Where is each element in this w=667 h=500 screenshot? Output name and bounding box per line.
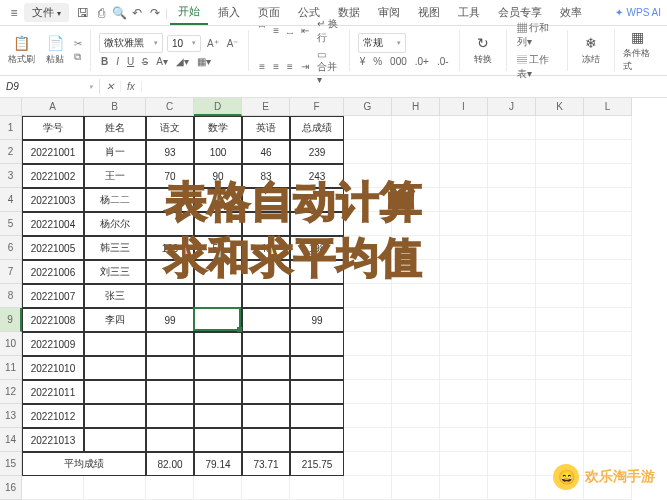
cell[interactable]: 学号: [22, 116, 84, 140]
cell[interactable]: [536, 284, 584, 308]
cell[interactable]: [536, 212, 584, 236]
cell[interactable]: [344, 212, 392, 236]
print-icon[interactable]: ⎙: [93, 5, 109, 21]
cell[interactable]: [194, 476, 242, 500]
cell[interactable]: [536, 260, 584, 284]
cell[interactable]: [194, 380, 242, 404]
undo-icon[interactable]: ↶: [129, 5, 145, 21]
convert-button[interactable]: ↻ 转换: [468, 35, 498, 66]
cell[interactable]: [584, 188, 632, 212]
cell[interactable]: [392, 428, 440, 452]
row-header-14[interactable]: 14: [0, 428, 22, 452]
cell[interactable]: [392, 236, 440, 260]
strike-button[interactable]: S̶: [140, 55, 150, 68]
align-bottom-icon[interactable]: ⎵: [285, 24, 295, 37]
cell[interactable]: [488, 140, 536, 164]
cell[interactable]: [488, 188, 536, 212]
cell[interactable]: [242, 428, 290, 452]
cell[interactable]: [146, 284, 194, 308]
rowcol-button[interactable]: ▦ 行和列▾: [515, 20, 559, 50]
cell[interactable]: [146, 476, 194, 500]
align-right-icon[interactable]: ≡: [285, 60, 295, 73]
cell[interactable]: 198: [290, 236, 344, 260]
col-header-I[interactable]: I: [440, 98, 488, 116]
cell[interactable]: [536, 332, 584, 356]
cell[interactable]: [584, 428, 632, 452]
cell[interactable]: [392, 452, 440, 476]
row-header-9[interactable]: 9: [0, 308, 22, 332]
cell[interactable]: [392, 140, 440, 164]
cell[interactable]: [194, 284, 242, 308]
dec-dec-icon[interactable]: .0-: [435, 55, 451, 68]
cell[interactable]: [146, 332, 194, 356]
cell[interactable]: [488, 476, 536, 500]
cell[interactable]: [290, 356, 344, 380]
align-top-icon[interactable]: ⎴: [257, 24, 267, 37]
cell[interactable]: 70: [146, 164, 194, 188]
col-header-E[interactable]: E: [242, 98, 290, 116]
cell[interactable]: 王一: [84, 164, 146, 188]
cell[interactable]: [488, 452, 536, 476]
cell[interactable]: 20221013: [22, 428, 84, 452]
cell[interactable]: [536, 236, 584, 260]
cell[interactable]: [392, 164, 440, 188]
cell[interactable]: [146, 380, 194, 404]
cell[interactable]: [290, 404, 344, 428]
cell[interactable]: [84, 332, 146, 356]
cell[interactable]: 平均成绩: [22, 452, 146, 476]
merge-button[interactable]: ▭ 合并▾: [315, 48, 341, 86]
file-menu[interactable]: 文件: [24, 3, 69, 22]
cell[interactable]: [290, 428, 344, 452]
cell[interactable]: [242, 380, 290, 404]
cell[interactable]: 239: [290, 140, 344, 164]
row-header-5[interactable]: 5: [0, 212, 22, 236]
cell[interactable]: [344, 428, 392, 452]
cell[interactable]: 杨尔尔: [84, 212, 146, 236]
cell[interactable]: [242, 356, 290, 380]
cell[interactable]: 20221010: [22, 356, 84, 380]
cell[interactable]: [392, 308, 440, 332]
cond-format-button[interactable]: ▦ 条件格式: [623, 29, 654, 73]
col-header-H[interactable]: H: [392, 98, 440, 116]
cell[interactable]: [392, 260, 440, 284]
cell[interactable]: 20221004: [22, 212, 84, 236]
cell[interactable]: [84, 428, 146, 452]
format-painter-button[interactable]: 📋 格式刷: [6, 35, 36, 66]
cell[interactable]: [440, 284, 488, 308]
cell[interactable]: [194, 308, 242, 332]
cell[interactable]: [392, 404, 440, 428]
row-header-6[interactable]: 6: [0, 236, 22, 260]
cell[interactable]: [146, 404, 194, 428]
row-header-3[interactable]: 3: [0, 164, 22, 188]
cell[interactable]: 82.00: [146, 452, 194, 476]
cell[interactable]: [242, 332, 290, 356]
row-header-12[interactable]: 12: [0, 380, 22, 404]
cell[interactable]: [536, 404, 584, 428]
cell[interactable]: [290, 332, 344, 356]
cell[interactable]: [242, 404, 290, 428]
cell[interactable]: [584, 116, 632, 140]
cell[interactable]: [536, 308, 584, 332]
cell[interactable]: [440, 116, 488, 140]
select-all-corner[interactable]: [0, 98, 22, 116]
row-header-8[interactable]: 8: [0, 284, 22, 308]
cell[interactable]: 肖一: [84, 140, 146, 164]
cell[interactable]: [440, 308, 488, 332]
cell[interactable]: 姓名: [84, 116, 146, 140]
align-left-icon[interactable]: ≡: [257, 60, 267, 73]
cell[interactable]: [290, 188, 344, 212]
cell[interactable]: [536, 428, 584, 452]
cell[interactable]: 总成绩: [290, 116, 344, 140]
cell[interactable]: [536, 116, 584, 140]
cell[interactable]: 张三: [84, 284, 146, 308]
cell[interactable]: [440, 380, 488, 404]
row-header-13[interactable]: 13: [0, 404, 22, 428]
cell[interactable]: 99: [290, 308, 344, 332]
cell[interactable]: [584, 164, 632, 188]
cell[interactable]: [242, 260, 290, 284]
spreadsheet-grid[interactable]: ABCDEFGHIJKL 12345678910111213141516 学号姓…: [0, 98, 667, 500]
cell[interactable]: 语文: [146, 116, 194, 140]
cell[interactable]: [22, 476, 84, 500]
bold-button[interactable]: B: [99, 55, 110, 68]
cell[interactable]: [584, 404, 632, 428]
